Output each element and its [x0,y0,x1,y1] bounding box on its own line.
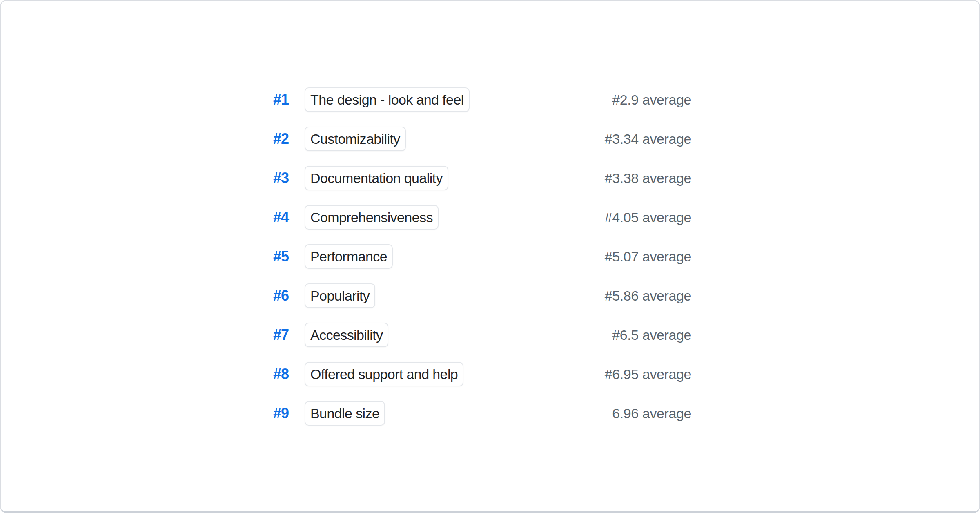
average-value: #6.95 average [605,367,691,381]
option-chip: The design - look and feel [305,87,470,112]
average-value: #5.86 average [605,289,691,303]
average-value: #5.07 average [605,250,691,263]
page: #1 The design - look and feel #2.9 avera… [0,0,980,513]
ranking-row: #5 Performance #5.07 average [1,237,979,276]
ranking-row: #1 The design - look and feel #2.9 avera… [1,80,979,119]
option-chip: Bundle size [305,401,385,426]
rank-number: #4 [273,210,289,225]
rank-number: #6 [273,288,289,303]
rank-number: #9 [273,406,289,421]
ranking-row: #8 Offered support and help #6.95 averag… [1,355,979,394]
rank-number: #2 [273,132,289,146]
rank-number: #5 [273,249,289,264]
ranking-row: #6 Popularity #5.86 average [1,276,979,315]
option-chip: Customizability [305,127,406,151]
average-value: #3.38 average [605,171,691,185]
ranking-row: #7 Accessibility #6.5 average [1,315,979,355]
ranking-results-list: #1 The design - look and feel #2.9 avera… [1,80,979,433]
ranking-row: #9 Bundle size 6.96 average [1,394,979,433]
average-value: #3.34 average [605,132,691,146]
rank-number: #8 [273,367,289,381]
ranking-row: #4 Comprehensiveness #4.05 average [1,198,979,237]
results-card: #1 The design - look and feel #2.9 avera… [0,0,980,513]
average-value: #6.5 average [612,328,691,342]
option-chip: Performance [305,244,393,269]
option-chip: Popularity [305,283,375,308]
option-chip: Comprehensiveness [305,205,439,230]
rank-number: #3 [273,171,289,185]
average-value: #4.05 average [605,210,691,224]
rank-number: #7 [273,328,289,342]
option-chip: Offered support and help [305,362,463,386]
average-value: #2.9 average [612,93,691,107]
ranking-row: #3 Documentation quality #3.38 average [1,158,979,198]
average-value: 6.96 average [612,406,691,420]
option-chip: Documentation quality [305,166,448,190]
rank-number: #1 [273,92,289,107]
ranking-row: #2 Customizability #3.34 average [1,119,979,158]
option-chip: Accessibility [305,323,388,347]
